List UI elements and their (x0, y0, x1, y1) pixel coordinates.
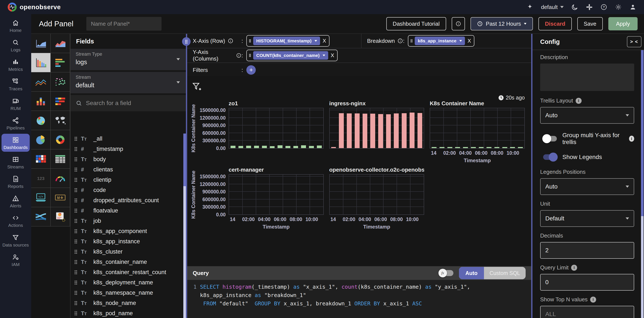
chart-type-h-stacked-bar[interactable] (50, 91, 70, 111)
decimals-input[interactable]: 2 (540, 242, 634, 259)
field-item-job[interactable]: TTjob (70, 216, 183, 226)
field-item-k8s_namespace_name[interactable]: TTk8s_namespace_name (70, 288, 183, 298)
sidebar-item-dashboards[interactable]: Dashboards (2, 134, 30, 152)
chart-type-scatter[interactable] (50, 72, 70, 92)
field-item-_all[interactable]: TT_all (70, 133, 183, 144)
rum-icon (12, 97, 19, 105)
time-range-button[interactable]: Past 12 Hours (470, 17, 533, 30)
sidebar-item-pipelines[interactable]: Pipelines (2, 114, 30, 132)
dark-mode-icon[interactable] (571, 4, 578, 11)
org-selector[interactable]: default (541, 4, 564, 11)
field-item-k8s_app_instance[interactable]: TTk8s_app_instance (70, 236, 183, 247)
chart-type-html[interactable]: </> (31, 188, 51, 207)
chart-type-custom-chart[interactable] (50, 207, 70, 226)
query-limit-input[interactable]: 0 (540, 274, 634, 291)
settings-icon[interactable] (615, 4, 622, 11)
field-item-clientip[interactable]: TTclientip (70, 175, 183, 185)
chart-type-geomap[interactable] (31, 111, 51, 130)
add-filter-button[interactable]: + (246, 65, 256, 75)
field-item-body[interactable]: TTbody (70, 154, 183, 164)
collapse-config-button[interactable]: > < (627, 36, 642, 47)
fields-panel: Fields Stream Type logs Stream default S… (70, 34, 186, 318)
top-n-input[interactable]: ALL (540, 306, 634, 318)
chart-type-sankey[interactable] (31, 207, 51, 226)
group-y-axis-toggle[interactable] (543, 136, 557, 141)
slack-icon[interactable] (586, 4, 593, 11)
splitter-handle[interactable] (182, 37, 190, 46)
field-search-input[interactable]: Search for a field (70, 95, 186, 111)
legends-positions-select[interactable]: Auto (540, 178, 634, 195)
sidebar-item-logs[interactable]: Logs (2, 36, 30, 54)
chart-type-donut[interactable] (50, 130, 70, 149)
sidebar-item-metrics[interactable]: Metrics (2, 56, 30, 74)
chart-type-area-stacked[interactable] (50, 34, 70, 53)
chart-type-stacked-bar[interactable] (31, 91, 51, 111)
field-item-clientas[interactable]: #clientas (70, 164, 183, 175)
custom-sql-button[interactable]: Custom SQL (484, 267, 526, 279)
drag-handle-icon (74, 167, 77, 172)
sidebar-item-traces[interactable]: Traces (2, 75, 30, 93)
dashboard-tutorial-button[interactable]: Dashboard Tutorial (386, 17, 446, 30)
sidebar-item-rum[interactable]: RUM (2, 95, 30, 113)
field-item-k8s_container_name[interactable]: TTk8s_container_name (70, 257, 183, 267)
field-item-k8s_deployment_name[interactable]: TTk8s_deployment_name (70, 277, 183, 288)
panel-name-input[interactable]: Name of Panel* (86, 17, 162, 31)
field-item-k8s_container_restart_count[interactable]: TTk8s_container_restart_count (70, 267, 183, 277)
trellis-layout-select[interactable]: Auto (540, 107, 634, 124)
field-item-k8s_cluster[interactable]: TTk8s_cluster (70, 247, 183, 257)
info-button[interactable] (452, 17, 465, 30)
fields-scrollbar[interactable] (183, 133, 186, 318)
field-item-k8s_node_name[interactable]: TTk8s_node_name (70, 298, 183, 308)
field-item-dropped_attributes_count[interactable]: #dropped_attributes_count (70, 195, 183, 205)
field-item-floatvalue[interactable]: #floatvalue (70, 205, 183, 216)
filter-funnel-icon[interactable] (192, 82, 202, 92)
discard-button[interactable]: Discard (538, 17, 572, 30)
description-textarea[interactable] (540, 64, 634, 91)
apply-button[interactable]: Apply (608, 17, 638, 30)
remove-y-axis-icon[interactable]: X (330, 52, 334, 58)
show-legends-toggle[interactable] (543, 154, 557, 160)
remove-x-axis-icon[interactable]: X (322, 38, 326, 44)
fields-title: Fields (70, 34, 186, 49)
account-icon[interactable] (630, 4, 636, 11)
help-icon[interactable]: ? (600, 4, 607, 11)
x-axis-chip[interactable]: HISTOGRAM(_timestamp) X (246, 35, 330, 47)
function-toggle[interactable]: fx (439, 270, 454, 276)
auto-mode-button[interactable]: Auto (459, 267, 484, 279)
sidebar-item-alerts[interactable]: Alerts (2, 192, 30, 210)
sidebar-item-iam[interactable]: IAM (2, 251, 30, 269)
field-item-k8s_app_component[interactable]: TTk8s_app_component (70, 226, 183, 236)
config-scrollbar[interactable] (641, 50, 644, 318)
sql-editor[interactable]: 1 SELECT histogram(_timestamp) as "x_axi… (187, 280, 531, 318)
ai-sparkle-icon[interactable] (526, 4, 533, 11)
main-config-splitter[interactable] (531, 34, 532, 318)
field-item-code[interactable]: #code (70, 185, 183, 195)
chart-type-heatmap[interactable] (31, 149, 51, 169)
chart-type-area[interactable] (31, 34, 51, 53)
field-item-k8s_pod_name[interactable]: TTk8s_pod_name (70, 308, 183, 318)
chart-type-line[interactable] (31, 72, 51, 92)
save-button[interactable]: Save (577, 17, 603, 30)
stream-select[interactable]: Stream default (70, 72, 186, 93)
x-axis-row: X-Axis (Row) : HISTOGRAM(_timestamp) X B… (187, 34, 531, 48)
unit-select[interactable]: Default (540, 210, 634, 227)
remove-breakdown-icon[interactable]: X (467, 38, 471, 44)
chart-type-table[interactable] (50, 149, 70, 169)
fields-main-splitter[interactable] (186, 34, 187, 318)
sidebar-item-home[interactable]: Home (2, 17, 30, 35)
stream-type-select[interactable]: Stream Type logs (70, 49, 186, 70)
chart-type-gauge[interactable] (50, 169, 70, 188)
chart-type-bar[interactable] (31, 53, 51, 72)
chart-type-h-bar[interactable] (50, 53, 70, 72)
field-item-_timestamp[interactable]: #_timestamp (70, 144, 183, 154)
chart-type-world-map[interactable] (50, 111, 70, 130)
sidebar-item-data-sources[interactable]: Data sources (2, 231, 30, 249)
breakdown-chip[interactable]: k8s_app_instance X (408, 35, 474, 47)
chart-type-pie[interactable] (31, 130, 51, 149)
chart-type-metric[interactable]: 123 (31, 169, 51, 188)
y-axis-chip[interactable]: COUNT(k8s_container_name) X (246, 50, 338, 61)
sidebar-item-actions[interactable]: Actions (2, 212, 30, 230)
chart-type-markdown[interactable]: M (50, 188, 70, 207)
sidebar-item-reports[interactable]: Reports (2, 173, 30, 191)
sidebar-item-streams[interactable]: Streams (2, 153, 30, 171)
